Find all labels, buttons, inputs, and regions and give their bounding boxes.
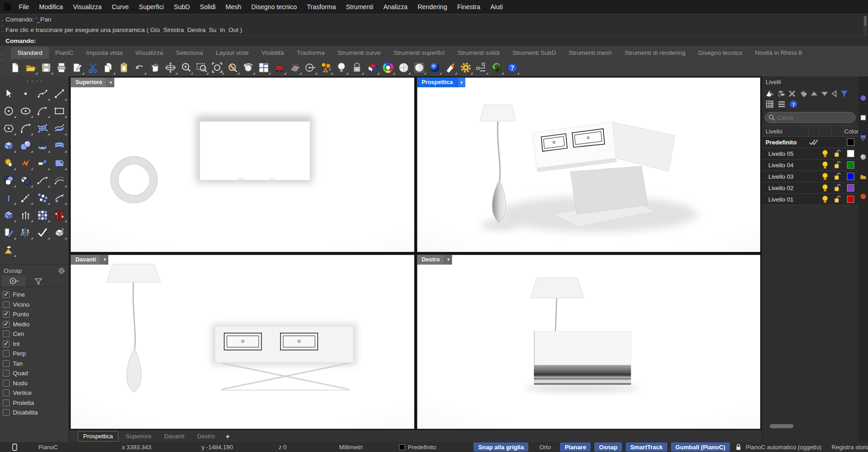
hide-objects-button[interactable] xyxy=(334,60,349,75)
list-view-icon[interactable] xyxy=(777,100,786,108)
pyramid-button[interactable] xyxy=(1,242,17,258)
menu-mesh[interactable]: Mesh xyxy=(221,1,246,13)
panel-tab-help-icon[interactable] xyxy=(860,193,867,200)
fillet-edge-button[interactable] xyxy=(18,155,34,171)
line-button[interactable] xyxy=(52,85,68,101)
status-device-icon[interactable] xyxy=(12,443,17,451)
menu-solidi[interactable]: Solidi xyxy=(195,1,220,13)
osnap-option-proietta[interactable]: Proietta xyxy=(3,398,69,408)
status-active-layer[interactable]: Predefinito xyxy=(399,444,436,451)
open-file-button[interactable] xyxy=(23,60,38,75)
osnap-option-int[interactable]: Int xyxy=(3,339,69,349)
render-button[interactable] xyxy=(427,60,442,75)
checkbox[interactable] xyxy=(3,360,10,367)
spotlight-button[interactable] xyxy=(442,60,458,75)
curve-interpolate-button[interactable] xyxy=(35,85,51,101)
shaded-viewport-button[interactable] xyxy=(396,60,411,75)
checkbox[interactable] xyxy=(3,311,10,318)
panel-tab-properties-icon[interactable] xyxy=(860,95,867,101)
osnap-option-medio[interactable]: Medio xyxy=(3,319,69,330)
toggle-smarttrack[interactable]: SmartTrack xyxy=(626,442,667,452)
explode-button[interactable] xyxy=(1,155,17,171)
viewport-destro[interactable]: Destro ▼ xyxy=(417,255,761,430)
tab-strumenti-subd[interactable]: Strumenti SubD xyxy=(506,47,562,59)
panel-tab-display-icon[interactable] xyxy=(860,134,867,141)
array-button[interactable] xyxy=(35,190,51,206)
layer-color-swatch[interactable] xyxy=(847,138,854,146)
undo-view-button[interactable] xyxy=(240,60,256,75)
print-button[interactable] xyxy=(54,60,69,75)
boolean-union-button[interactable] xyxy=(1,172,17,188)
panel-tab-layers-icon[interactable] xyxy=(860,114,867,121)
osnap-option-nodo[interactable]: Nodo xyxy=(3,378,69,388)
check-button[interactable] xyxy=(35,224,51,240)
layer-row-livello-05[interactable]: Livello 05 xyxy=(762,148,858,160)
text-button[interactable]: T xyxy=(1,190,17,206)
osnap-option-perp[interactable]: Perp xyxy=(3,349,69,359)
tab-strumenti-solidi[interactable]: Strumenti solidi xyxy=(451,47,506,59)
analyze-direction-button[interactable] xyxy=(365,60,380,75)
layer-color-swatch[interactable] xyxy=(847,196,854,203)
layer-row-predefinito[interactable]: Predefinito xyxy=(762,137,858,148)
annotate-button[interactable] xyxy=(69,60,85,75)
cplane-button[interactable] xyxy=(287,60,303,75)
surface-sweep-button[interactable] xyxy=(52,120,68,136)
checkbox[interactable] xyxy=(3,409,10,416)
search-input[interactable] xyxy=(765,112,856,123)
analyze-surface-button[interactable] xyxy=(52,224,68,240)
osnap-option-quad[interactable]: Quad xyxy=(3,368,69,378)
arc-button[interactable] xyxy=(35,103,51,119)
osnap-option-cen[interactable]: Cen xyxy=(3,329,69,339)
selection-filter-button[interactable] xyxy=(318,60,334,75)
menu-modifica[interactable]: Modifica xyxy=(34,1,68,13)
tab-strumenti-rendering[interactable]: Strumenti di rendering xyxy=(618,47,692,59)
options-button[interactable] xyxy=(458,60,474,75)
checkbox[interactable] xyxy=(3,389,10,396)
boolean-difference-button[interactable] xyxy=(18,172,34,188)
zoom-selected-button[interactable] xyxy=(225,60,240,75)
polygon-button[interactable] xyxy=(1,120,17,136)
menu-strumenti[interactable]: Strumenti xyxy=(341,1,378,13)
command-scrollbar[interactable] xyxy=(863,16,867,36)
osnap-option-punto[interactable]: Punto xyxy=(3,309,69,319)
layer-row-livello-03[interactable]: Livello 03 xyxy=(762,171,858,182)
tab-visibilita[interactable]: Visibilità xyxy=(255,47,290,59)
status-units[interactable]: Millimetri xyxy=(339,444,362,451)
checkbox[interactable] xyxy=(3,399,10,406)
menu-file[interactable]: File xyxy=(14,1,34,13)
layer-color-swatch[interactable] xyxy=(847,150,854,157)
offset-button[interactable] xyxy=(52,172,68,188)
checkbox[interactable] xyxy=(3,380,10,387)
layer-row-livello-04[interactable]: Livello 04 xyxy=(762,160,858,171)
surface-corner-points-button[interactable] xyxy=(35,120,51,136)
tab-visualizza[interactable]: Visualizza xyxy=(129,47,170,59)
grid-view-icon[interactable] xyxy=(766,100,774,108)
status-lock-icon[interactable] xyxy=(735,443,741,451)
lock-objects-button[interactable] xyxy=(349,60,365,75)
osnap-settings-gear-icon[interactable] xyxy=(58,267,65,274)
osnap-option-disabilita[interactable]: Disabilita xyxy=(3,408,69,418)
tab-seleziona[interactable]: Seleziona xyxy=(170,47,209,59)
tab-strumenti-curve[interactable]: Strumenti curve xyxy=(331,47,387,59)
layer-color-swatch[interactable] xyxy=(847,184,854,191)
zoom-window-button[interactable] xyxy=(194,60,209,75)
select-button[interactable] xyxy=(1,85,17,101)
viewport-superiore-title[interactable]: Superiore ▼ xyxy=(71,78,114,87)
tab-pianic[interactable]: PianiC xyxy=(49,47,80,59)
tab-standard[interactable]: Standard xyxy=(11,47,49,59)
osnap-option-tan[interactable]: Tan xyxy=(3,359,69,369)
zoom-dynamic-button[interactable] xyxy=(178,60,194,75)
osnap-tab-snaps[interactable] xyxy=(2,276,26,287)
panel-tab-libraries-icon[interactable] xyxy=(860,173,867,180)
command-grip[interactable] xyxy=(1,18,3,36)
menu-trasforma[interactable]: Trasforma xyxy=(302,1,341,13)
cplane-origin-button[interactable] xyxy=(303,60,318,75)
tab-layout-viste[interactable]: Layout viste xyxy=(209,47,255,59)
pan-button[interactable] xyxy=(147,60,163,75)
layer-row-livello-01[interactable]: Livello 01 xyxy=(762,194,858,205)
toggle-orto[interactable]: Orto xyxy=(535,442,555,452)
sphere-button[interactable] xyxy=(18,138,34,154)
surface-revolve-button[interactable] xyxy=(35,138,51,154)
layer-filter-icon[interactable] xyxy=(839,89,849,98)
status-registra-storia[interactable]: Registra storia xyxy=(831,444,868,451)
